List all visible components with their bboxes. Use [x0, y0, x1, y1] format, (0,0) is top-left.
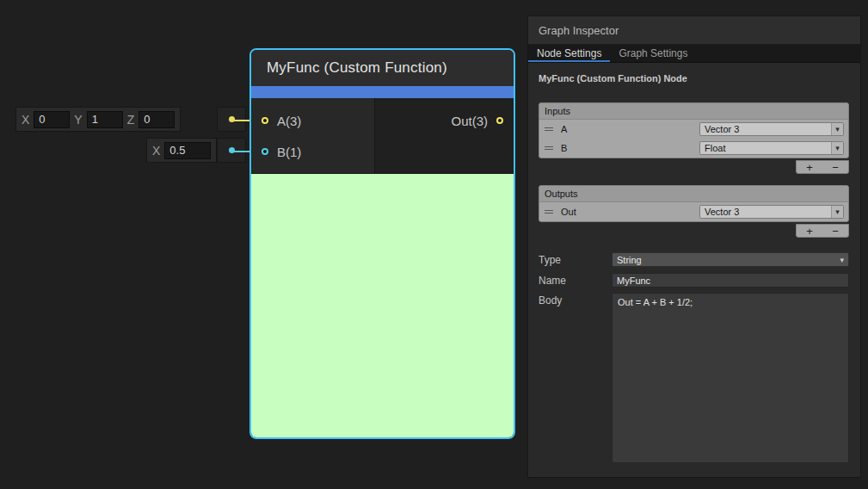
- axis-label-z: Z: [127, 113, 135, 127]
- type-field-row: Type String ▾: [539, 252, 849, 267]
- inputs-list-header: Inputs: [539, 103, 848, 120]
- graph-inspector-panel: Graph Inspector Node Settings Graph Sett…: [527, 15, 861, 478]
- chevron-down-icon: ▾: [840, 256, 848, 264]
- output-out-name: Out: [561, 207, 576, 217]
- shader-graph-window: X Y Z X MyFunc (Custom Function): [0, 0, 868, 489]
- node-ports-section: A(3) B(1) Out(3): [251, 98, 514, 174]
- node-myfunc-custom-function[interactable]: MyFunc (Custom Function) A(3) B(1): [249, 48, 515, 439]
- remove-output-button[interactable]: −: [822, 225, 848, 237]
- tab-graph-settings[interactable]: Graph Settings: [610, 45, 696, 62]
- type-label: Type: [539, 252, 612, 266]
- body-field-row: Body Out = A + B + 1/2;: [539, 293, 849, 463]
- body-textarea[interactable]: Out = A + B + 1/2;: [612, 293, 849, 463]
- node-preview: [251, 174, 514, 437]
- float-x-field[interactable]: [164, 142, 211, 159]
- inputs-list: Inputs A Vector 3 ▾ B Float ▾: [539, 102, 849, 158]
- node-input-ports: A(3) B(1): [251, 98, 375, 173]
- outputs-row-out[interactable]: Out Vector 3 ▾: [539, 202, 848, 221]
- remove-input-button[interactable]: −: [822, 161, 848, 173]
- node-title: MyFunc (Custom Function): [267, 59, 447, 77]
- port-b-label: B(1): [277, 145, 301, 159]
- inspector-tab-bar: Node Settings Graph Settings: [528, 45, 860, 63]
- vector3-x-field[interactable]: [34, 111, 70, 128]
- input-a-type-dropdown[interactable]: Vector 3 ▾: [699, 122, 844, 136]
- port-a-label: A(3): [277, 114, 301, 128]
- output-out-type-dropdown[interactable]: Vector 3 ▾: [699, 205, 844, 219]
- input-b-name: B: [561, 143, 567, 153]
- inspector-titlebar[interactable]: Graph Inspector: [528, 16, 860, 45]
- name-input[interactable]: [612, 273, 849, 288]
- tab-node-settings[interactable]: Node Settings: [528, 45, 610, 62]
- axis-label-y: Y: [74, 113, 82, 127]
- input-b-type-value: Float: [705, 143, 725, 153]
- outputs-list-footer: + −: [796, 224, 849, 238]
- drag-handle-icon[interactable]: [545, 146, 553, 150]
- output-port-out-icon[interactable]: [496, 117, 503, 124]
- axis-label-x: X: [22, 113, 29, 127]
- node-accent-bar: [251, 86, 514, 98]
- type-value: String: [617, 255, 642, 265]
- node-title-bar[interactable]: MyFunc (Custom Function): [251, 50, 514, 86]
- vector3-input-widget: X Y Z: [15, 107, 181, 132]
- inspector-title: Graph Inspector: [539, 24, 619, 37]
- input-port-b-icon[interactable]: [262, 148, 268, 155]
- inputs-row-b[interactable]: B Float ▾: [539, 139, 848, 158]
- name-label: Name: [539, 273, 612, 287]
- port-out-label: Out(3): [451, 114, 488, 128]
- add-input-button[interactable]: +: [797, 161, 822, 173]
- float-input-widget: X: [146, 138, 217, 163]
- outputs-list: Outputs Out Vector 3 ▾: [539, 185, 849, 222]
- add-output-button[interactable]: +: [797, 225, 822, 237]
- outputs-list-header: Outputs: [539, 186, 848, 202]
- vector3-y-field[interactable]: [87, 111, 123, 128]
- chevron-down-icon: ▾: [831, 123, 843, 135]
- drag-handle-icon[interactable]: [545, 210, 553, 214]
- output-out-type-value: Vector 3: [705, 207, 739, 217]
- name-field-row: Name: [539, 273, 849, 288]
- chevron-down-icon: ▾: [831, 142, 843, 154]
- vector3-z-field[interactable]: [139, 111, 175, 128]
- inspector-body: MyFunc (Custom Function) Node Inputs A V…: [528, 63, 860, 477]
- inputs-row-a[interactable]: A Vector 3 ▾: [539, 120, 848, 139]
- node-output-ports: Out(3): [375, 98, 514, 173]
- inputs-list-footer: + −: [796, 160, 849, 174]
- body-label: Body: [539, 293, 612, 306]
- type-dropdown[interactable]: String ▾: [612, 252, 849, 267]
- axis-label-x: X: [152, 144, 160, 158]
- chevron-down-icon: ▾: [831, 206, 843, 218]
- input-port-a-icon[interactable]: [262, 117, 268, 124]
- port-row-b: B(1): [251, 136, 374, 167]
- port-row-out: Out(3): [375, 105, 514, 136]
- drag-handle-icon[interactable]: [545, 127, 553, 131]
- port-row-a: A(3): [251, 105, 374, 136]
- node-settings-heading: MyFunc (Custom Function) Node: [539, 73, 849, 84]
- input-b-type-dropdown[interactable]: Float ▾: [699, 141, 844, 155]
- input-a-name: A: [561, 124, 567, 134]
- input-a-type-value: Vector 3: [705, 124, 739, 134]
